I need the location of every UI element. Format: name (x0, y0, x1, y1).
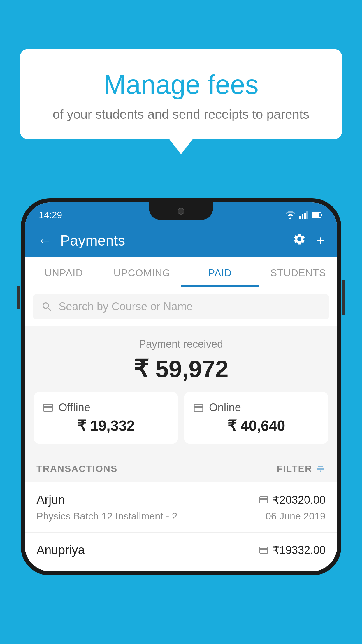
add-button[interactable]: + (317, 233, 324, 249)
app-header: ← Payments + (25, 225, 337, 257)
online-icon (193, 402, 204, 414)
tab-unpaid[interactable]: UNPAID (25, 257, 103, 287)
volume-button (17, 286, 20, 309)
transaction-amount-container: ₹20320.00 (259, 494, 326, 506)
tabs-bar: UNPAID UPCOMING PAID STUDENTS (25, 257, 337, 287)
svg-rect-1 (302, 214, 303, 219)
payment-cards: Offline ₹ 19,332 Online ₹ 40,640 (33, 392, 329, 446)
transaction-description: Physics Batch 12 Installment - 2 (36, 510, 178, 522)
offline-amount: ₹ 19,332 (42, 417, 169, 434)
settings-button[interactable] (293, 232, 306, 249)
online-amount: ₹ 40,640 (193, 417, 320, 434)
signal-icon (299, 211, 309, 219)
status-icons (285, 211, 323, 219)
phone-notch (149, 202, 213, 220)
page-title: Payments (60, 232, 284, 249)
search-container: Search by Course or Name (25, 287, 337, 326)
online-payment-card: Online ₹ 40,640 (184, 392, 328, 444)
transactions-header: TRANSACTIONS FILTER (25, 455, 337, 482)
transaction-amount: ₹19332.00 (273, 544, 326, 556)
offline-card-header: Offline (42, 401, 169, 414)
transaction-amount-container: ₹19332.00 (259, 544, 326, 556)
transaction-top: Arjun ₹20320.00 (36, 493, 326, 507)
header-actions: + (293, 232, 324, 249)
filter-button[interactable]: FILTER (277, 463, 326, 474)
phone-frame-wrapper: 14:29 (21, 198, 341, 575)
card-payment-icon (259, 495, 269, 505)
tab-paid[interactable]: PAID (181, 257, 259, 287)
transaction-bottom: Physics Batch 12 Installment - 2 06 June… (36, 510, 326, 522)
speech-bubble: Manage fees of your students and send re… (20, 49, 342, 139)
power-button (342, 280, 345, 315)
status-time: 14:29 (39, 210, 62, 220)
transaction-name: Arjun (36, 493, 65, 507)
filter-label: FILTER (277, 463, 312, 474)
svg-rect-5 (313, 213, 319, 217)
speech-bubble-subtitle: of your students and send receipts to pa… (37, 107, 325, 122)
payment-summary: Payment received ₹ 59,972 Offline ₹ 19,3… (25, 326, 337, 455)
speech-bubble-title: Manage fees (37, 69, 325, 100)
table-row[interactable]: Arjun ₹20320.00 Physics Batch 12 Install… (25, 482, 337, 533)
online-card-header: Online (193, 401, 320, 414)
search-placeholder: Search by Course or Name (59, 300, 193, 313)
search-box[interactable]: Search by Course or Name (33, 294, 329, 319)
tab-students[interactable]: STUDENTS (259, 257, 337, 287)
svg-rect-2 (304, 213, 306, 219)
transaction-name: Anupriya (36, 543, 85, 557)
filter-icon (316, 464, 326, 474)
transactions-label: TRANSACTIONS (36, 463, 117, 474)
table-row[interactable]: Anupriya ₹19332.00 (25, 533, 337, 571)
offline-label: Offline (59, 401, 90, 414)
cash-payment-icon (259, 545, 269, 555)
search-icon (41, 301, 53, 313)
payment-received-label: Payment received (33, 338, 329, 350)
battery-icon (312, 212, 323, 218)
phone-frame: 14:29 (21, 198, 341, 575)
camera (178, 208, 184, 215)
tab-upcoming[interactable]: UPCOMING (103, 257, 181, 287)
offline-icon (42, 402, 54, 414)
svg-rect-6 (321, 214, 322, 216)
online-label: Online (209, 401, 241, 414)
transaction-top: Anupriya ₹19332.00 (36, 543, 326, 557)
wifi-icon (285, 211, 296, 219)
offline-payment-card: Offline ₹ 19,332 (34, 392, 178, 444)
svg-rect-3 (306, 211, 308, 219)
svg-rect-0 (299, 216, 301, 219)
transaction-amount: ₹20320.00 (273, 494, 326, 506)
transaction-date: 06 June 2019 (266, 510, 326, 522)
phone-screen: 14:29 (25, 202, 337, 571)
payment-total-amount: ₹ 59,972 (33, 355, 329, 383)
back-button[interactable]: ← (38, 234, 52, 248)
